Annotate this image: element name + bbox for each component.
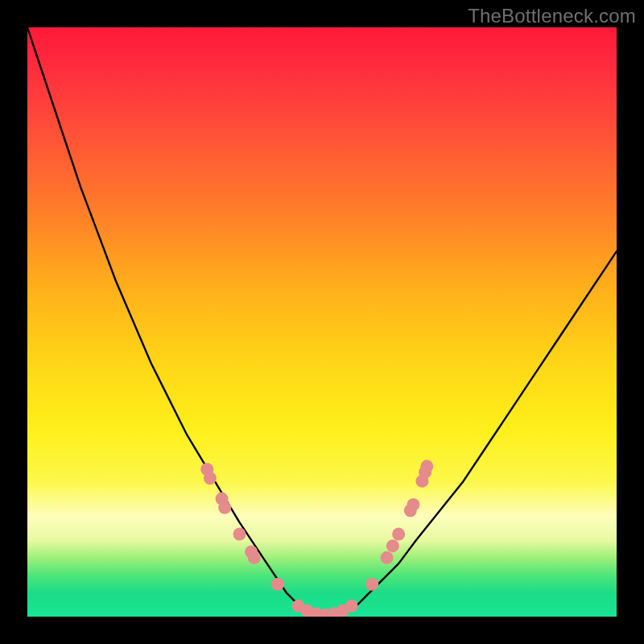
highlight-dot [271,578,284,591]
highlight-dot [218,502,231,514]
highlight-dot [386,539,399,552]
highlight-dots [200,460,433,617]
highlight-dot [420,460,433,473]
highlight-dot [204,472,217,485]
highlight-dot [392,528,405,541]
plot-area [27,27,617,617]
bottleneck-curve [27,27,617,617]
watermark-text: TheBottleneck.com [468,5,636,27]
highlight-dot [381,551,394,564]
highlight-dot [233,528,246,541]
highlight-dot [365,578,378,591]
chart-stage: TheBottleneck.com [0,0,644,644]
highlight-dot [345,600,358,613]
highlight-dot [407,498,419,511]
highlight-dot [248,551,261,564]
plot-svg [27,27,617,617]
